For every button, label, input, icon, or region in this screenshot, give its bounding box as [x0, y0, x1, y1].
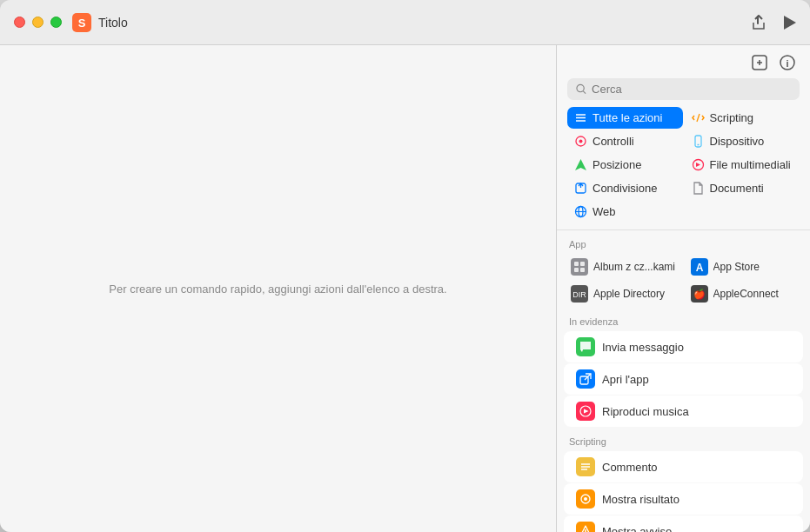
category-device-label: Dispositivo — [710, 135, 765, 148]
panel-top-icons: i — [567, 54, 800, 71]
svg-text:A: A — [695, 262, 703, 274]
invia-messaggio-label: Invia messaggio — [602, 341, 684, 354]
position-icon — [574, 158, 587, 171]
category-position-label: Posizione — [592, 158, 641, 171]
action-mostra-risultato[interactable]: Mostra risultato — [564, 483, 803, 515]
appstore-name: App Store — [713, 261, 760, 273]
main-window: S Titolo Per creare un comando rapido, a… — [0, 0, 810, 532]
apri-app-label: Apri l'app — [602, 373, 649, 386]
mostra-risultato-icon — [576, 489, 595, 509]
album-name: Album z cz...kami — [593, 261, 675, 273]
list-icon — [574, 111, 587, 124]
svg-marker-40 — [584, 409, 589, 414]
appleconnect-name: AppleConnect — [713, 288, 779, 300]
app-logo: S — [72, 13, 91, 32]
category-scripting-label: Scripting — [710, 111, 754, 124]
app-item-album[interactable]: Album z cz...kami — [564, 254, 684, 280]
svg-text:🍎: 🍎 — [693, 288, 706, 300]
mostra-avviso-label: Mostra avviso — [602, 525, 672, 533]
svg-point-45 — [584, 497, 587, 501]
right-panel-header: i — [557, 45, 810, 230]
category-scripting[interactable]: Scripting — [685, 107, 800, 129]
svg-point-9 — [577, 84, 584, 91]
category-share-label: Condivisione — [592, 182, 657, 195]
category-web[interactable]: Web — [567, 201, 683, 223]
media-icon — [692, 158, 705, 171]
riproduci-musica-label: Riproduci musica — [602, 405, 689, 418]
minimize-button[interactable] — [32, 17, 44, 28]
svg-point-16 — [579, 140, 583, 143]
app-item-appleconnect[interactable]: 🍎 AppleConnect — [684, 281, 804, 307]
share-cat-icon — [574, 182, 587, 195]
svg-text:DIR: DIR — [572, 290, 586, 299]
categories-grid: Tutte le azioni Scripting — [567, 107, 800, 223]
svg-line-10 — [583, 91, 586, 94]
maximize-button[interactable] — [50, 17, 62, 28]
window-title: Titolo — [98, 16, 128, 30]
category-device[interactable]: Dispositivo — [685, 130, 800, 152]
action-invia-messaggio[interactable]: Invia messaggio — [564, 331, 803, 362]
share-icon[interactable] — [751, 15, 766, 30]
category-all[interactable]: Tutte le azioni — [567, 107, 683, 129]
info-icon[interactable]: i — [779, 54, 796, 71]
scripting-icon — [692, 111, 705, 124]
action-apri-app[interactable]: Apri l'app — [564, 363, 803, 395]
action-riproduci-musica[interactable]: Riproduci musica — [564, 396, 803, 427]
main-content: Per creare un comando rapido, aggiungi a… — [0, 45, 810, 532]
appstore-icon: A — [691, 258, 708, 276]
invia-messaggio-icon — [576, 337, 595, 356]
svg-text:S: S — [78, 17, 86, 30]
app-row-2: DIR Apple Directory 🍎 AppleConnect — [564, 281, 803, 307]
mostra-risultato-label: Mostra risultato — [602, 493, 679, 506]
commento-label: Commento — [602, 461, 658, 474]
category-share[interactable]: Condivisione — [567, 177, 683, 199]
docs-icon — [692, 182, 705, 195]
app-row-1: Album z cz...kami A App Store — [564, 254, 803, 280]
play-icon[interactable] — [784, 16, 796, 30]
action-mostra-avviso[interactable]: Mostra avviso — [564, 515, 803, 532]
category-media-label: File multimediali — [710, 158, 791, 171]
svg-marker-3 — [784, 16, 796, 30]
category-web-label: Web — [592, 205, 616, 218]
svg-rect-29 — [574, 268, 579, 272]
svg-rect-28 — [580, 262, 585, 266]
section-header-inevidenza: In evidenza — [557, 308, 810, 330]
app-item-appstore[interactable]: A App Store — [684, 254, 804, 280]
web-icon — [574, 205, 587, 218]
left-panel: Per creare un comando rapido, aggiungi a… — [0, 45, 556, 532]
app-item-appledirectory[interactable]: DIR Apple Directory — [564, 281, 684, 307]
category-controls-label: Controlli — [592, 135, 634, 148]
right-panel: i — [556, 45, 810, 532]
category-position[interactable]: Posizione — [567, 154, 683, 176]
apri-app-icon — [576, 369, 595, 389]
riproduci-musica-icon — [576, 402, 595, 421]
category-all-label: Tutte le azioni — [592, 111, 662, 124]
appleconnect-icon: 🍎 — [691, 285, 708, 303]
svg-line-14 — [697, 114, 700, 122]
actions-scroll-area[interactable]: App Album z cz...kami A App Store — [557, 230, 810, 532]
device-icon — [692, 135, 705, 148]
titlebar-actions — [751, 15, 796, 30]
album-icon — [571, 258, 588, 276]
svg-text:i: i — [786, 58, 788, 69]
svg-rect-27 — [574, 262, 579, 266]
close-button[interactable] — [14, 17, 25, 28]
search-icon — [576, 83, 586, 95]
section-header-scripting: Scripting — [557, 428, 810, 450]
action-commento[interactable]: Commento — [564, 451, 803, 482]
category-controls[interactable]: Controlli — [567, 130, 683, 152]
search-bar[interactable] — [567, 78, 800, 100]
appledirectory-icon: DIR — [571, 285, 588, 303]
empty-state-text: Per creare un comando rapido, aggiungi a… — [109, 283, 446, 296]
search-input[interactable] — [592, 83, 791, 96]
category-docs-label: Documenti — [710, 182, 764, 195]
mostra-avviso-icon — [576, 522, 595, 532]
svg-rect-30 — [580, 268, 585, 272]
category-docs[interactable]: Documenti — [685, 177, 800, 199]
titlebar: S Titolo — [0, 0, 810, 45]
section-header-app: App — [557, 230, 810, 253]
commento-icon — [576, 457, 595, 476]
add-shortcut-icon[interactable] — [751, 54, 768, 71]
svg-marker-19 — [575, 159, 586, 170]
category-media[interactable]: File multimediali — [685, 154, 800, 176]
